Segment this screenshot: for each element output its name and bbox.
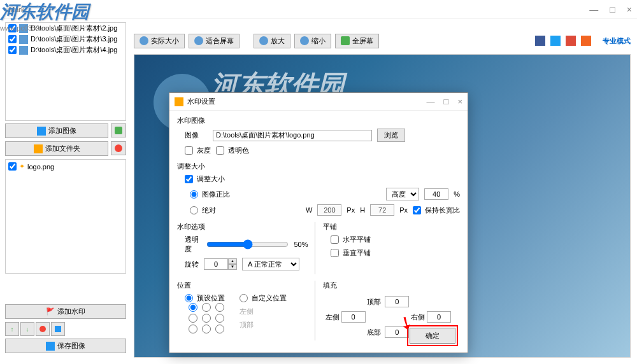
brand-watermark: 河东软件园 www.pc0359.cn <box>0 0 127 32</box>
zoom-out-button[interactable]: 缩小 <box>294 34 331 48</box>
googleplus-icon[interactable] <box>566 36 576 46</box>
position-grid[interactable] <box>189 303 227 333</box>
image-file-icon <box>19 35 28 44</box>
height-input[interactable] <box>370 204 394 216</box>
add-watermark-button[interactable]: 🚩 添加水印 <box>5 304 126 319</box>
move-down-button[interactable]: ↓ <box>20 322 34 336</box>
add-folder-label: 添加文件夹 <box>45 144 80 153</box>
custom-position-radio[interactable]: 自定义位置 <box>240 293 287 303</box>
dimension-select[interactable]: 高度 <box>386 188 419 200</box>
fullscreen-button[interactable]: 全屏幕 <box>335 34 379 48</box>
tile-vertical-checkbox[interactable]: 垂直平铺 <box>331 248 371 258</box>
left-label: 左侧 <box>240 307 254 315</box>
transparent-checkbox[interactable]: 透明色 <box>216 146 249 155</box>
watermark-item[interactable]: ✦ logo.png <box>8 162 123 171</box>
fullscreen-icon <box>341 36 350 45</box>
file-item[interactable]: D:\tools\桌面\图片素材\3.jpg <box>6 34 125 45</box>
remove-button[interactable] <box>111 141 126 155</box>
file-path: D:\tools\桌面\图片素材\4.jpg <box>31 45 117 55</box>
grayscale-checkbox[interactable]: 灰度 <box>185 146 211 155</box>
delete-icon <box>39 326 46 332</box>
brand-text: 河东软件园 <box>0 0 127 24</box>
section-resize-title: 调整大小 <box>177 162 460 171</box>
section-tile-title: 平铺 <box>323 222 454 232</box>
fill-right-input[interactable] <box>427 311 451 323</box>
save-image-label: 保存图像 <box>57 341 85 351</box>
section-position-title: 位置 <box>177 281 308 290</box>
opacity-slider[interactable] <box>206 239 289 249</box>
flag-icon: 🚩 <box>46 307 55 316</box>
resize-checkbox[interactable]: 调整大小 <box>185 174 225 184</box>
zoom-out-icon <box>300 36 309 45</box>
fit-screen-button[interactable]: 适合屏幕 <box>189 34 240 48</box>
twitter-icon[interactable] <box>550 36 561 46</box>
add-image-button[interactable]: 添加图像 <box>5 123 108 138</box>
brand-url: www.pc0359.cn <box>0 24 127 32</box>
watermark-list[interactable]: ✦ logo.png <box>5 159 126 274</box>
rotate-spinner[interactable]: ▲▼ <box>204 258 237 270</box>
actual-size-button[interactable]: 实际大小 <box>134 34 185 48</box>
section-options-title: 水印选项 <box>177 222 308 232</box>
add-image-label: 添加图像 <box>48 126 76 136</box>
move-up-button[interactable]: ↑ <box>5 322 19 336</box>
dialog-title-bar[interactable]: 水印设置 — □ × <box>169 93 468 111</box>
fill-left-input[interactable] <box>341 311 366 323</box>
watermark-filename: logo.png <box>27 163 54 171</box>
save-button[interactable] <box>51 322 65 336</box>
spinner-down-icon[interactable]: ▼ <box>228 264 237 270</box>
dialog-icon <box>175 97 183 106</box>
opacity-label: 透明度 <box>185 235 201 254</box>
rotate-label: 旋转 <box>185 260 199 269</box>
fill-top-input[interactable] <box>385 296 409 307</box>
dialog-minimize-icon[interactable]: — <box>427 97 435 106</box>
rss-icon[interactable] <box>581 36 591 46</box>
proportional-radio[interactable]: 图像正比 <box>190 190 230 199</box>
window-minimize-icon[interactable]: — <box>589 4 598 15</box>
pro-mode-link[interactable]: 专业模式 <box>603 36 631 46</box>
window-close-icon[interactable]: × <box>627 4 632 15</box>
remove-icon <box>115 144 122 152</box>
fit-icon <box>194 36 203 45</box>
confirm-button[interactable] <box>111 123 126 137</box>
section-image-title: 水印图像 <box>177 116 460 125</box>
keep-ratio-checkbox[interactable]: 保持长宽比 <box>413 206 460 215</box>
dialog-maximize-icon[interactable]: □ <box>444 97 449 106</box>
facebook-icon[interactable] <box>535 36 545 46</box>
ok-button-highlight: 确定 <box>407 325 458 346</box>
delete-button[interactable] <box>36 322 50 336</box>
zoom-in-button[interactable]: 放大 <box>254 34 290 48</box>
spinner-up-icon[interactable]: ▲ <box>228 258 237 264</box>
file-checkbox[interactable] <box>8 35 17 43</box>
zoom-in-icon <box>259 36 268 45</box>
dialog-title: 水印设置 <box>187 97 427 106</box>
dialog-close-icon[interactable]: × <box>457 97 462 106</box>
image-path-input[interactable] <box>213 130 372 141</box>
browse-button[interactable]: 浏览 <box>377 129 405 142</box>
preset-position-radio[interactable]: 预设位置 <box>185 293 227 303</box>
main-window: 河东软件园 www.pc0359.cn uMark — □ × D:\tools… <box>0 0 637 364</box>
width-input[interactable] <box>317 204 341 216</box>
image-label: 图像 <box>185 130 208 140</box>
font-style-select[interactable]: A 正常正常 <box>242 258 299 270</box>
save-image-button[interactable]: 保存图像 <box>5 339 126 353</box>
percent-input[interactable] <box>424 188 448 200</box>
absolute-radio[interactable]: 绝对 <box>190 206 216 215</box>
window-maximize-icon[interactable]: □ <box>610 4 615 15</box>
image-file-icon <box>19 46 28 55</box>
toolbar: 实际大小 适合屏幕 放大 缩小 全屏幕 专业模式 <box>134 32 631 50</box>
opacity-value: 50% <box>294 241 308 248</box>
file-list[interactable]: D:\tools\桌面\图片素材\2.jpg D:\tools\桌面\图片素材\… <box>5 22 126 121</box>
star-icon: ✦ <box>19 162 25 171</box>
ok-button[interactable]: 确定 <box>410 328 455 344</box>
file-checkbox[interactable] <box>8 46 17 54</box>
watermark-settings-dialog: 水印设置 — □ × 水印图像 图像 浏览 灰度 透明色 <box>169 92 468 353</box>
top-label: 顶部 <box>240 321 254 328</box>
watermark-checkbox[interactable] <box>8 162 17 171</box>
add-folder-button[interactable]: 添加文件夹 <box>5 141 108 156</box>
save-icon <box>55 326 61 332</box>
file-item[interactable]: D:\tools\桌面\图片素材\4.jpg <box>6 45 125 55</box>
check-icon <box>115 127 122 134</box>
tile-horizontal-checkbox[interactable]: 水平平铺 <box>331 235 371 244</box>
add-watermark-label: 添加水印 <box>57 307 85 316</box>
file-path: D:\tools\桌面\图片素材\3.jpg <box>31 34 117 44</box>
